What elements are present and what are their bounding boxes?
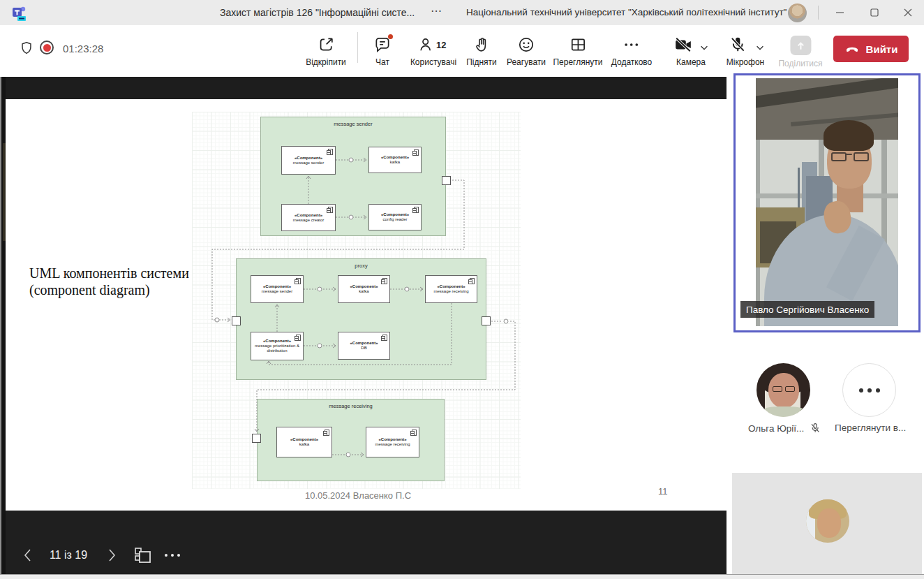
user-avatar[interactable] <box>788 3 807 22</box>
mic-button[interactable]: Мікрофон <box>726 36 765 67</box>
participants-count: 12 <box>436 40 446 50</box>
slide-caption: 10.05.2024 Власенко П.С <box>211 490 505 501</box>
title-more-icon[interactable]: ⋯ <box>431 4 442 17</box>
share-button: Поділитися <box>778 36 822 68</box>
participant-avatar-olga[interactable] <box>757 363 810 417</box>
slide-page-number: 11 <box>658 486 668 497</box>
title-bar: Захист магістрів 126 "Інформаційні систе… <box>0 0 924 25</box>
secondary-avatar <box>806 499 849 543</box>
chat-button[interactable]: Чат <box>373 36 392 67</box>
titlebar-divider <box>818 6 819 20</box>
raise-hand-icon <box>472 36 491 54</box>
camera-chevron-icon[interactable] <box>699 43 709 52</box>
view-icon <box>569 36 587 54</box>
participant-video <box>756 78 898 326</box>
unpin-button[interactable]: Відкріпити <box>306 36 346 67</box>
participant-label-olga: Ольга Юрії... <box>748 423 821 434</box>
next-slide-button[interactable] <box>102 534 121 576</box>
close-button[interactable] <box>892 0 924 25</box>
window-bottom-edge <box>0 574 924 579</box>
unpin-icon <box>317 36 335 54</box>
minimize-button[interactable] <box>824 0 856 25</box>
react-icon <box>517 36 535 54</box>
slide-heading: UML компонентів системи (component diagr… <box>29 265 189 298</box>
hangup-icon <box>844 41 860 57</box>
shared-screen-edge <box>0 77 6 574</box>
meeting-toolbar: 01:23:28 Відкріпити Чат 12 Користувачі <box>0 25 924 72</box>
presentation-top-bar <box>6 77 726 99</box>
more-button[interactable]: Додатково <box>611 36 653 67</box>
meeting-timer: 01:23:28 <box>63 43 103 54</box>
toolbar-divider <box>357 32 358 63</box>
participant-name-label: Павло Сергійович Власенко <box>740 301 874 318</box>
mic-muted-icon <box>810 423 821 434</box>
leave-button[interactable]: Вийти <box>833 36 909 62</box>
nav-more-button[interactable] <box>161 534 184 576</box>
slide-grid-button[interactable] <box>131 534 155 576</box>
mic-chevron-icon[interactable] <box>755 43 765 52</box>
view-more-label: Переглянути в... <box>835 423 906 433</box>
meeting-title: Захист магістрів 126 "Інформаційні систе… <box>220 7 415 18</box>
camera-off-icon <box>674 36 692 54</box>
shield-icon[interactable] <box>19 41 34 56</box>
participants-button[interactable]: 12 Користувачі <box>410 36 456 67</box>
uml-diagram: message sender «Component»message sender… <box>192 112 521 489</box>
react-button[interactable]: Реагувати <box>507 36 546 67</box>
recording-indicator <box>40 41 54 54</box>
overflow-participants-button[interactable] <box>842 363 896 417</box>
participants-icon <box>418 36 436 54</box>
maximize-button[interactable] <box>858 0 891 25</box>
secondary-video-tile[interactable] <box>732 473 922 574</box>
more-icon <box>623 36 641 54</box>
slide-page-indicator: 11 із 19 <box>44 534 93 576</box>
camera-button[interactable]: Камера <box>673 36 709 67</box>
meeting-stage: UML компонентів системи (component diagr… <box>0 72 924 574</box>
org-name: Національний технічний університет "Харк… <box>466 7 787 17</box>
view-button[interactable]: Переглянути <box>553 36 602 67</box>
chat-badge <box>388 34 393 39</box>
mic-off-icon <box>729 36 747 54</box>
main-video-tile[interactable]: Павло Сергійович Власенко <box>733 73 921 332</box>
raise-hand-button[interactable]: Підняти <box>466 36 497 67</box>
share-icon <box>790 36 811 55</box>
prev-slide-button[interactable] <box>18 534 38 576</box>
uml-connectors <box>192 112 521 489</box>
presentation-nav-bar: 11 із 19 <box>6 511 726 574</box>
presentation-slide: UML компонентів системи (component diagr… <box>6 99 726 511</box>
teams-app-icon <box>11 4 28 22</box>
